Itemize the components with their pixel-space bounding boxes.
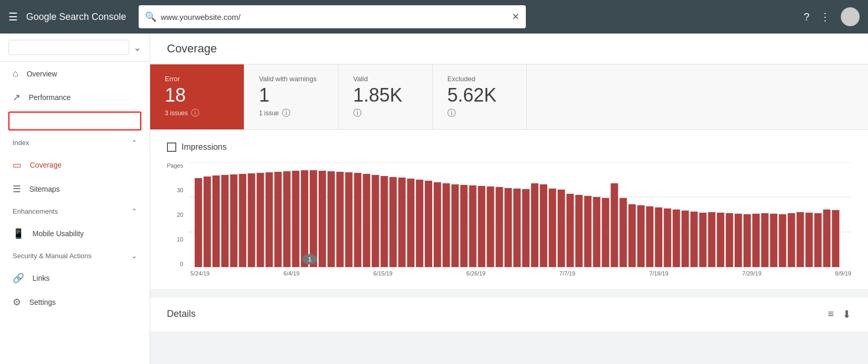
sidebar-item-overview-label: Overview bbox=[27, 70, 57, 78]
warnings-issues: 1 issue ⓘ bbox=[259, 108, 323, 119]
performance-icon: ↗ bbox=[13, 92, 20, 103]
sidebar-item-links[interactable]: 🔗 Links bbox=[0, 266, 150, 290]
svg-rect-66 bbox=[743, 214, 751, 267]
stat-error: Error 18 3 issues ⓘ bbox=[150, 64, 244, 129]
download-icon[interactable]: ⬇ bbox=[842, 308, 851, 321]
svg-rect-5 bbox=[204, 177, 211, 267]
svg-rect-48 bbox=[584, 196, 592, 267]
sidebar-item-sitemaps-label: Sitemaps bbox=[29, 185, 60, 193]
svg-rect-57 bbox=[664, 208, 671, 267]
svg-rect-68 bbox=[761, 213, 769, 267]
sitemaps-icon: ☰ bbox=[13, 183, 21, 195]
svg-rect-22 bbox=[354, 173, 362, 267]
settings-icon: ⚙ bbox=[13, 296, 21, 308]
svg-rect-44 bbox=[549, 189, 556, 267]
help-icon[interactable]: ? bbox=[804, 11, 809, 23]
sidebar-item-sitemaps[interactable]: ☰ Sitemaps bbox=[0, 177, 150, 201]
search-icon: 🔍 bbox=[145, 11, 156, 23]
svg-rect-12 bbox=[266, 172, 273, 267]
svg-rect-31 bbox=[434, 182, 441, 267]
mobile-icon: 📱 bbox=[13, 228, 24, 239]
svg-rect-51 bbox=[611, 183, 618, 267]
sidebar-item-overview[interactable]: ⌂ Overview bbox=[0, 62, 150, 85]
svg-rect-46 bbox=[567, 194, 574, 267]
enhancements-section-header[interactable]: Enhancements ⌃ bbox=[0, 201, 150, 222]
svg-rect-23 bbox=[363, 174, 370, 267]
search-clear-icon[interactable]: ✕ bbox=[512, 11, 520, 23]
impressions-checkbox[interactable] bbox=[167, 142, 176, 152]
chevron-down-icon[interactable]: ⌄ bbox=[133, 42, 141, 53]
sidebar-item-settings[interactable]: ⚙ Settings bbox=[0, 290, 150, 314]
svg-rect-30 bbox=[425, 181, 432, 267]
svg-rect-13 bbox=[275, 172, 282, 267]
layout: ⌄ ⌂ Overview ↗ Performance Index ⌃ ▭ Cov… bbox=[0, 34, 868, 364]
valid-info-icon[interactable]: ⓘ bbox=[353, 108, 362, 119]
svg-rect-27 bbox=[398, 178, 405, 267]
error-info-icon[interactable]: ⓘ bbox=[191, 108, 199, 119]
sidebar-item-mobile-usability[interactable]: 📱 Mobile Usability bbox=[0, 222, 150, 246]
svg-rect-17 bbox=[310, 170, 317, 267]
index-chevron-icon: ⌃ bbox=[131, 139, 137, 147]
svg-rect-19 bbox=[328, 171, 335, 267]
svg-rect-69 bbox=[770, 214, 777, 267]
sidebar-item-coverage[interactable]: ▭ Coverage bbox=[0, 153, 150, 177]
svg-rect-25 bbox=[381, 176, 388, 267]
svg-rect-40 bbox=[513, 189, 521, 267]
svg-rect-73 bbox=[806, 213, 813, 267]
filter-icon[interactable]: ≡ bbox=[828, 308, 834, 321]
valid-label: Valid bbox=[353, 75, 418, 83]
links-icon: 🔗 bbox=[13, 272, 24, 284]
svg-rect-41 bbox=[522, 189, 529, 267]
header: ☰ Google Search Console 🔍 ✕ ? ⋮ bbox=[0, 0, 868, 34]
index-label: Index bbox=[13, 139, 29, 147]
svg-rect-59 bbox=[682, 211, 689, 267]
y-label-pages: Pages bbox=[167, 162, 183, 169]
svg-rect-39 bbox=[504, 188, 512, 267]
security-label: Security & Manual Actions bbox=[13, 252, 92, 260]
avatar[interactable] bbox=[841, 7, 860, 26]
sidebar-item-links-label: Links bbox=[32, 274, 50, 282]
svg-rect-28 bbox=[407, 179, 414, 267]
warnings-info-icon[interactable]: ⓘ bbox=[282, 108, 290, 119]
warnings-value: 1 bbox=[259, 85, 323, 106]
svg-rect-62 bbox=[708, 212, 716, 267]
enhancements-label: Enhancements bbox=[13, 207, 58, 215]
security-section-header[interactable]: Security & Manual Actions ⌄ bbox=[0, 246, 150, 266]
stat-excluded: Excluded 5.62K ⓘ bbox=[433, 64, 527, 129]
chart-svg: 1 bbox=[187, 162, 851, 267]
main-content: Coverage Error 18 3 issues ⓘ Valid with … bbox=[150, 34, 868, 364]
svg-rect-29 bbox=[416, 180, 423, 267]
property-selector[interactable]: ⌄ bbox=[0, 34, 150, 62]
svg-text:1: 1 bbox=[308, 256, 312, 262]
error-issues: 3 issues ⓘ bbox=[165, 108, 229, 119]
svg-rect-21 bbox=[345, 172, 353, 267]
coverage-icon: ▭ bbox=[13, 159, 21, 171]
home-icon: ⌂ bbox=[13, 68, 18, 79]
svg-rect-33 bbox=[452, 184, 459, 267]
sidebar-item-settings-label: Settings bbox=[29, 298, 56, 306]
svg-rect-20 bbox=[336, 172, 344, 267]
svg-rect-53 bbox=[628, 204, 636, 267]
header-actions: ? ⋮ bbox=[804, 7, 860, 26]
excluded-info-icon[interactable]: ⓘ bbox=[447, 108, 456, 119]
excluded-label: Excluded bbox=[447, 75, 512, 83]
svg-rect-18 bbox=[319, 171, 326, 267]
svg-rect-64 bbox=[726, 213, 733, 267]
x-axis-labels: 5/24/19 6/4/19 6/15/19 6/26/19 7/7/19 7/… bbox=[167, 267, 851, 277]
details-actions: ≡ ⬇ bbox=[828, 308, 851, 321]
search-input[interactable] bbox=[161, 13, 508, 21]
chart-section: Impressions Pages 30 20 10 0 bbox=[150, 130, 868, 289]
svg-rect-76 bbox=[832, 210, 839, 267]
svg-rect-15 bbox=[292, 171, 299, 267]
stats-row: Error 18 3 issues ⓘ Valid with warnings … bbox=[150, 64, 868, 130]
index-section-header[interactable]: Index ⌃ bbox=[0, 133, 150, 153]
menu-icon[interactable]: ☰ bbox=[8, 10, 18, 23]
sidebar-item-performance[interactable]: ↗ Performance bbox=[0, 85, 150, 109]
svg-rect-32 bbox=[443, 183, 450, 267]
svg-rect-65 bbox=[735, 214, 742, 267]
svg-rect-36 bbox=[478, 186, 486, 267]
apps-icon[interactable]: ⋮ bbox=[820, 10, 830, 23]
svg-rect-72 bbox=[797, 212, 804, 267]
property-input[interactable] bbox=[8, 40, 129, 55]
sidebar: ⌄ ⌂ Overview ↗ Performance Index ⌃ ▭ Cov… bbox=[0, 34, 150, 364]
